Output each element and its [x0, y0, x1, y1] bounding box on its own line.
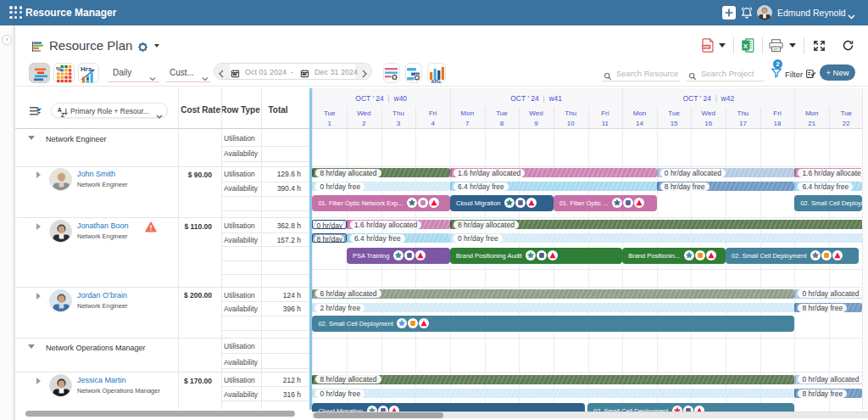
svg-text:X: X — [743, 42, 748, 50]
svg-text:Z: Z — [61, 112, 64, 118]
svg-text:KPIs: KPIs — [431, 79, 441, 84]
svg-text:PDF: PDF — [703, 46, 709, 49]
svg-text:%: % — [56, 65, 62, 73]
